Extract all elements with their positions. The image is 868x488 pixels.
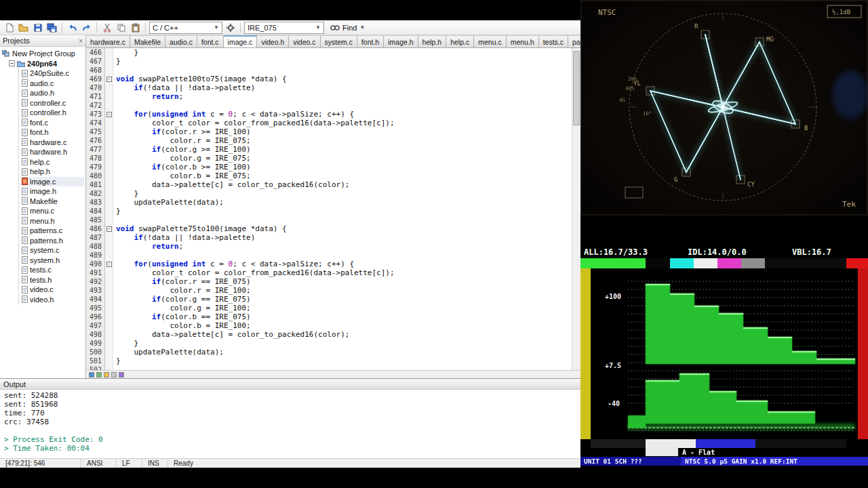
fold-margin[interactable] [105,57,113,66]
fold-margin[interactable] [105,83,113,92]
new-file-button[interactable] [3,21,16,34]
fold-margin[interactable] [105,136,113,145]
project-file[interactable]: font.c [22,118,84,128]
fold-margin[interactable] [105,119,113,127]
undo-button[interactable] [66,21,79,34]
cut-button[interactable] [100,21,113,34]
fold-margin[interactable] [105,216,113,224]
fold-margin[interactable]: − [105,224,113,233]
fold-margin[interactable] [105,286,113,295]
line-number[interactable]: 468 [86,66,105,75]
build-options-button[interactable] [224,21,237,34]
line-number[interactable]: 480 [86,171,105,180]
project-file[interactable]: image.h [22,186,84,197]
editor-tab[interactable]: tests.c [539,35,568,47]
project-file[interactable]: menu.h [22,216,84,226]
line-number[interactable]: 475 [86,127,105,136]
line-number[interactable]: 477 [86,145,105,154]
redo-button[interactable] [80,21,93,34]
workspace-node[interactable]: New Project Group [2,49,84,59]
scrollbar-thumb[interactable] [573,51,580,125]
project-file[interactable]: system.c [22,245,84,256]
line-number[interactable]: 487 [86,233,105,242]
project-file[interactable]: hardware.c [22,138,84,148]
project-file[interactable]: image.c [22,177,84,187]
line-number[interactable]: 489 [86,251,105,260]
project-node[interactable]: − 240pn64 [9,59,84,69]
line-number[interactable]: 491 [86,268,105,277]
paste-button[interactable] [129,21,142,34]
fold-margin[interactable] [105,365,113,370]
line-number[interactable]: 500 [86,348,105,357]
fold-margin[interactable]: − [105,110,113,119]
fold-collapse-icon[interactable]: − [106,262,112,267]
project-file[interactable]: hardware.h [22,147,84,157]
line-number[interactable]: 486 [86,224,105,233]
line-number[interactable]: 496 [86,312,105,321]
line-number[interactable]: 488 [86,242,105,251]
editor-tab[interactable]: help.c [446,35,474,47]
fold-margin[interactable] [105,180,113,189]
editor-tab[interactable]: video.h [257,35,289,47]
project-file[interactable]: 240pSuite.c [22,68,84,79]
line-number[interactable]: 499 [86,339,105,348]
code-area[interactable]: 466 }467}468469−void swapPalette100to75(… [86,48,572,370]
symbol-search-select[interactable]: IRE_075 ▼ [244,22,324,34]
project-file[interactable]: controller.c [22,98,84,108]
fold-margin[interactable] [105,348,113,357]
project-file[interactable]: audio.h [22,88,84,98]
project-file[interactable]: Makefile [22,197,84,207]
project-file[interactable]: menu.c [22,206,84,216]
fold-margin[interactable] [105,48,113,57]
line-number[interactable]: 473 [86,110,105,119]
fold-collapse-icon[interactable]: − [106,77,112,82]
project-file[interactable]: tests.h [22,275,84,285]
line-number[interactable]: 479 [86,163,105,171]
fold-margin[interactable] [105,101,113,110]
fold-margin[interactable] [105,268,113,277]
editor-tab[interactable]: image.h [384,35,418,47]
editor-tab[interactable]: system.c [321,35,357,47]
line-number[interactable]: 501 [86,357,105,365]
fold-margin[interactable] [105,321,113,330]
fold-margin[interactable] [105,163,113,171]
fold-margin[interactable] [105,66,113,75]
editor-strip-icon[interactable] [104,372,109,378]
fold-margin[interactable] [105,312,113,321]
fold-margin[interactable]: − [105,75,113,83]
collapse-icon[interactable]: − [9,60,15,66]
fold-margin[interactable] [105,198,113,207]
project-file[interactable]: tests.c [22,265,84,275]
line-number[interactable]: 467 [86,57,105,66]
line-number[interactable]: 490 [86,260,105,268]
line-number[interactable]: 498 [86,330,105,339]
save-button[interactable] [31,21,44,34]
line-number[interactable]: 478 [86,154,105,163]
project-file[interactable]: audio.c [22,79,84,89]
line-number[interactable]: 502 [86,365,105,370]
project-file[interactable]: help.h [22,167,84,177]
editor-strip-icon[interactable] [111,372,117,378]
project-file[interactable]: help.c [22,157,84,167]
line-number[interactable]: 495 [86,304,105,312]
fold-margin[interactable] [105,251,113,260]
line-number[interactable]: 466 [86,48,105,57]
editor-tab[interactable]: font.h [357,35,384,47]
fold-margin[interactable] [105,277,113,286]
fold-collapse-icon[interactable]: − [106,112,112,117]
fold-margin[interactable] [105,207,113,216]
line-number[interactable]: 483 [86,198,105,207]
fold-margin[interactable] [105,171,113,180]
line-number[interactable]: 474 [86,119,105,127]
editor-tab[interactable]: font.c [197,35,224,47]
fold-margin[interactable] [105,304,113,312]
editor-tab[interactable]: video.c [289,35,320,47]
editor-tab[interactable]: image.c [224,35,258,47]
copy-button[interactable] [115,21,127,34]
fold-margin[interactable] [105,154,113,163]
project-file[interactable]: video.c [22,285,84,295]
fold-margin[interactable] [105,339,113,348]
line-number[interactable]: 493 [86,286,105,295]
editor-tab[interactable]: menu.c [474,35,506,47]
editor-tab[interactable]: patterns.c [568,35,580,47]
